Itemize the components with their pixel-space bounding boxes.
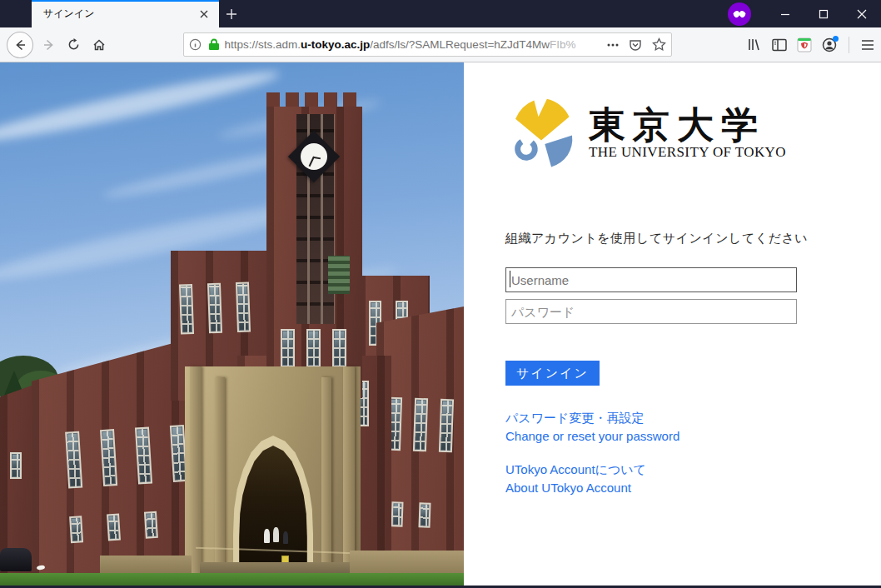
- page-content: 東京大学 THE UNIVERSITY OF TOKYO 組織アカウントを使用し…: [0, 62, 881, 588]
- logo-text-jp: 東京大学: [589, 106, 786, 144]
- forward-button[interactable]: [37, 32, 62, 57]
- url-bar[interactable]: https://sts.adm.u-tokyo.ac.jp/adfs/ls/?S…: [183, 32, 673, 57]
- copper-ornament: [328, 256, 350, 294]
- toolbar-divider: [849, 37, 849, 53]
- site-info-icon[interactable]: [189, 38, 202, 51]
- link-about-account-jp[interactable]: UTokyo Accountについて: [505, 461, 881, 479]
- url-tail: FIb%: [550, 38, 576, 51]
- account-icon[interactable]: [822, 37, 837, 52]
- url-path: /adfs/ls/?SAMLRequest=hZJdT4Mw: [370, 38, 550, 51]
- login-panel: 東京大学 THE UNIVERSITY OF TOKYO 組織アカウントを使用し…: [464, 62, 881, 588]
- titlebar: サインイン: [0, 0, 881, 27]
- signin-instruction: 組織アカウントを使用してサインインしてください: [505, 231, 881, 247]
- close-button[interactable]: [843, 0, 881, 27]
- logo-text-en: THE UNIVERSITY OF TOKYO: [589, 144, 786, 161]
- page-actions-icon[interactable]: [607, 43, 619, 47]
- tab-close-icon[interactable]: [196, 6, 212, 22]
- private-browsing-icon: [728, 2, 751, 26]
- back-button[interactable]: [7, 32, 33, 58]
- utokyo-logo: 東京大学 THE UNIVERSITY OF TOKYO: [505, 96, 881, 171]
- lock-icon[interactable]: [208, 38, 220, 51]
- new-tab-button[interactable]: [219, 0, 244, 27]
- reload-icon[interactable]: [62, 32, 87, 57]
- lawn: [0, 573, 464, 586]
- extension-icon[interactable]: [797, 37, 812, 52]
- campus-photo: [0, 62, 464, 588]
- browser-window: サインイン: [0, 0, 881, 588]
- parked-car: [0, 548, 32, 571]
- menu-icon[interactable]: [861, 39, 874, 51]
- sidebar-icon[interactable]: [772, 38, 787, 52]
- link-password-reset-jp[interactable]: パスワード変更・再設定: [505, 409, 881, 427]
- signin-button[interactable]: サインイン: [505, 361, 600, 386]
- url-text[interactable]: https://sts.adm.u-tokyo.ac.jp/adfs/ls/?S…: [225, 38, 608, 51]
- library-icon[interactable]: [747, 37, 762, 52]
- ginkgo-logo-icon: [505, 97, 577, 169]
- link-about-account-en[interactable]: About UTokyo Account: [505, 479, 881, 497]
- username-input[interactable]: [505, 267, 797, 292]
- url-domain: u-tokyo.ac.jp: [301, 38, 370, 51]
- notification-dot: [833, 36, 839, 42]
- bookmark-star-icon[interactable]: [652, 37, 666, 52]
- tab-signin[interactable]: サインイン: [32, 0, 219, 27]
- minimize-button[interactable]: [766, 0, 804, 27]
- home-icon[interactable]: [87, 32, 112, 57]
- maximize-button[interactable]: [804, 0, 843, 27]
- help-links: パスワード変更・再設定 Change or reset your passwor…: [505, 409, 881, 497]
- password-input[interactable]: [505, 299, 797, 324]
- person: [264, 529, 270, 543]
- tab-title: サインイン: [43, 7, 196, 21]
- nav-toolbar: https://sts.adm.u-tokyo.ac.jp/adfs/ls/?S…: [0, 27, 881, 62]
- person: [273, 527, 279, 542]
- pocket-icon[interactable]: [629, 38, 642, 52]
- url-prefix: https://sts.adm.: [225, 38, 301, 51]
- link-password-reset-en[interactable]: Change or reset your password: [505, 427, 881, 446]
